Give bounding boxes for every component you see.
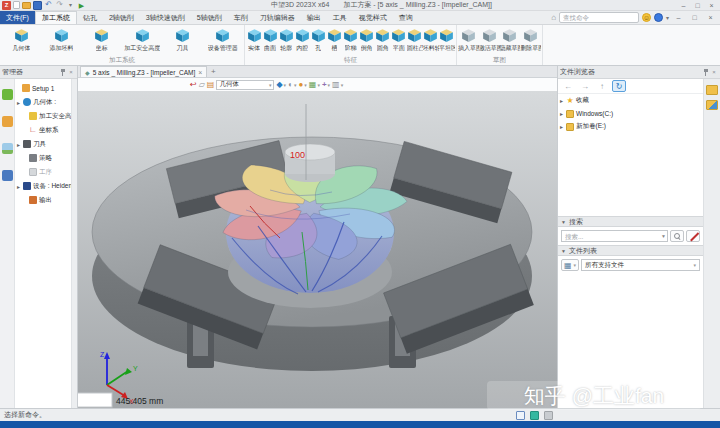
ribbon-tab[interactable]: 视觉样式 [353, 11, 393, 24]
ribbon-button[interactable]: 平面 [391, 26, 407, 53]
folder-manager-icon[interactable] [706, 100, 718, 110]
pin-icon[interactable] [59, 68, 67, 76]
tree-item[interactable]: ▸ 工序 [15, 165, 71, 179]
ribbon-tab[interactable]: 加工系统 [35, 11, 77, 24]
doc-close-icon[interactable]: × [704, 13, 717, 22]
expander-icon[interactable]: ▸ [17, 99, 21, 106]
entity-filter-combo[interactable]: 几何体 ▾ [216, 80, 274, 90]
ribbon-button[interactable]: 激活草图 [479, 26, 500, 53]
expander-icon[interactable]: ▸ [17, 141, 21, 148]
tree-item[interactable]: ▸ Setup 1 [15, 81, 71, 95]
expander-icon[interactable]: ▸ [17, 183, 21, 190]
shape-icon[interactable] [2, 89, 13, 100]
help-icon[interactable] [654, 13, 663, 22]
doc-restore-icon[interactable]: □ [688, 13, 701, 22]
ribbon-button[interactable]: 插入草图 [458, 26, 479, 53]
ribbon-button[interactable]: 平坦区域 [439, 26, 455, 53]
appearance-icon[interactable] [298, 81, 303, 89]
tab-close-icon[interactable]: × [198, 69, 202, 76]
ribbon-button[interactable]: 添加坯料 [41, 26, 81, 53]
layout-icon[interactable] [332, 81, 340, 89]
redo-icon[interactable] [55, 1, 64, 10]
command-search-input[interactable] [559, 12, 639, 23]
manager-scrollbar[interactable] [71, 79, 77, 408]
undo-icon[interactable] [44, 1, 53, 10]
ribbon-tab[interactable]: 工具 [327, 11, 353, 24]
ribbon-button[interactable]: 几何体 [1, 26, 41, 53]
ribbon-button[interactable]: 实体 [246, 26, 262, 53]
ribbon-button[interactable]: 坯料轮廓 [423, 26, 439, 53]
tree-item[interactable]: ▸ 刀具 [15, 137, 71, 151]
view-cube-icon[interactable] [276, 81, 282, 89]
refresh[interactable]: ↻ [612, 80, 626, 92]
ribbon-button[interactable]: 轮廓 [278, 26, 294, 53]
shade-mode-icon[interactable] [288, 81, 293, 89]
maximize-icon[interactable]: □ [691, 1, 704, 10]
file-list-section-header[interactable]: ▼ 文件列表 [558, 245, 703, 256]
expander-icon[interactable]: ▸ [560, 110, 564, 117]
notes-icon[interactable] [2, 116, 13, 127]
ribbon-button[interactable]: 坐标 [82, 26, 122, 53]
folder-tree-item[interactable]: ▸ 收藏 [558, 94, 703, 107]
file-search-input[interactable] [561, 230, 668, 242]
ribbon-button[interactable]: 隐藏草图 [500, 26, 521, 53]
ribbon-tab[interactable]: 输出 [301, 11, 327, 24]
winlayout-icon[interactable] [544, 411, 553, 420]
view-mode-button[interactable]: ▦▾ [561, 259, 579, 271]
file-type-filter-combo[interactable]: 所有支持文件 ▾ [581, 259, 700, 271]
pick-icon[interactable] [199, 81, 205, 89]
search-section-header[interactable]: ▼ 搜索 [558, 216, 703, 227]
doc-minimize-icon[interactable]: – [672, 13, 685, 22]
forward[interactable]: → [578, 80, 592, 92]
help-dropdown-icon[interactable]: ▾ [666, 14, 669, 21]
tree-item[interactable]: ▸ 输出 [15, 193, 71, 207]
tree-item[interactable]: ▸ 加工安全高度 [15, 109, 71, 123]
up[interactable]: ↑ [595, 80, 609, 92]
anchor-icon[interactable] [322, 81, 327, 89]
ribbon-tab[interactable]: 3轴快速铣削 [140, 11, 191, 24]
ribbon-button[interactable]: 阶梯 [342, 26, 358, 53]
ribbon-button[interactable]: 曲面 [262, 26, 278, 53]
pin-icon[interactable] [702, 68, 710, 76]
close-icon[interactable]: × [705, 1, 718, 10]
zw3d-logo[interactable] [2, 1, 11, 10]
tree-item[interactable]: ▸ 几何体 : [15, 95, 71, 109]
chevron-down-icon[interactable]: ▼ [661, 233, 666, 239]
back[interactable]: ← [561, 80, 575, 92]
play-icon[interactable] [77, 1, 86, 10]
ribbon-button[interactable]: 圆柱凸台 [407, 26, 423, 53]
display-icon[interactable] [530, 411, 539, 420]
save-icon[interactable] [33, 1, 42, 10]
ribbon-button[interactable]: 孔 [310, 26, 326, 53]
ribbon-tab[interactable]: 文件(F) [0, 11, 35, 24]
panel-close-icon[interactable]: × [710, 68, 718, 76]
ribbon-button[interactable]: 槽 [326, 26, 342, 53]
dropdown-icon[interactable] [66, 1, 75, 10]
tree-item[interactable]: ▸ 设备 : Heidenhain [15, 179, 71, 193]
ribbon-button[interactable]: 圆角 [375, 26, 391, 53]
home-icon[interactable]: ⌂ [551, 13, 556, 22]
ribbon-button[interactable]: 刀具 [162, 26, 202, 53]
new-tab-button[interactable]: + [207, 66, 219, 77]
dynamic-input-box[interactable] [78, 393, 112, 407]
panel-close-icon[interactable]: × [67, 68, 75, 76]
ribbon-tab[interactable]: 钻孔 [77, 11, 103, 24]
ribbon-tab[interactable]: 刀轨编辑器 [254, 11, 301, 24]
ribbon-tab[interactable]: 查询 [393, 11, 419, 24]
expander-icon[interactable]: ▸ [560, 123, 564, 130]
folder-tree-item[interactable]: ▸ Windows(C:) [558, 107, 703, 120]
vimage-icon[interactable] [309, 81, 317, 89]
tree-item[interactable]: ▸ 策略 [15, 151, 71, 165]
ribbon-tab[interactable]: 车削 [228, 11, 254, 24]
viewport-3d[interactable]: 100 Z Y X 445.405 mm [78, 91, 557, 408]
folder-icon[interactable] [706, 85, 718, 95]
ribbon-button[interactable]: 内腔 [294, 26, 310, 53]
filter-icon[interactable] [207, 81, 215, 89]
ribbon-button[interactable]: 加工安全高度 [122, 26, 162, 53]
new-file-icon[interactable] [13, 1, 20, 9]
search-button[interactable] [670, 230, 684, 242]
folder-tree-item[interactable]: ▸ 新加卷(E:) [558, 120, 703, 133]
exit-icon[interactable] [190, 81, 197, 89]
ribbon-button[interactable]: 倒角 [359, 26, 375, 53]
ribbon-button[interactable]: 删除草图 [520, 26, 541, 53]
